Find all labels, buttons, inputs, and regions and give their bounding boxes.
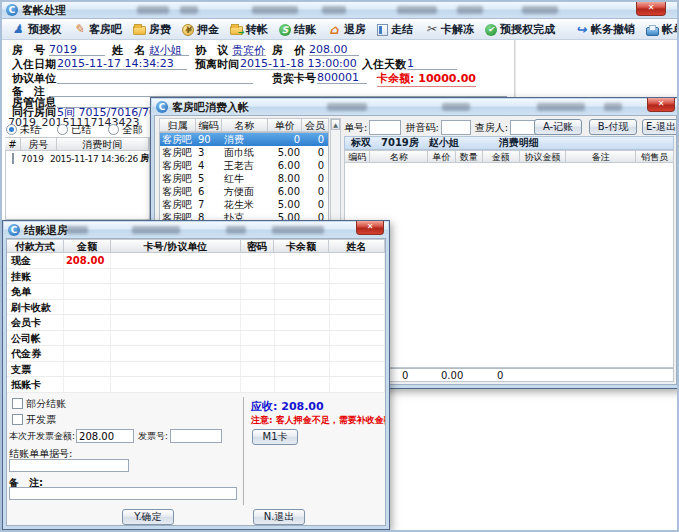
toolbar-card-unfreeze-button[interactable]: 卡解冻: [419, 20, 479, 39]
toolbar-roomfee-button[interactable]: 房费: [128, 20, 176, 39]
invoice-amount-label: 本次开发票金额:: [9, 430, 75, 443]
blurred-background-artifact: [537, 103, 585, 111]
toolbar-settle-button[interactable]: 结账: [274, 20, 321, 39]
guest-name-value[interactable]: 赵小姐: [149, 43, 189, 56]
toolbar-preauth-done-button[interactable]: 预授权完成: [480, 20, 560, 39]
detail-title: 消费明细: [499, 136, 539, 150]
room-no-label: 房 号: [12, 43, 45, 58]
vip-card-value[interactable]: 800001: [317, 71, 367, 84]
radio-unsettled-icon: [6, 124, 17, 135]
blurred-background-artifact: [322, 6, 346, 14]
item-row[interactable]: 客房吧3面巾纸5.000: [160, 146, 328, 159]
payment-row[interactable]: 支票: [7, 362, 385, 378]
folio-row-item: 房费全天: [140, 152, 150, 165]
consumption-dialog-icon: C: [156, 101, 168, 113]
toolbar-transfer-button[interactable]: 转帐: [225, 20, 273, 39]
checkout-body: 付款方式 金额 卡号/协议单位 密码 卡余额 姓名 现金208.00 挂账 免单…: [6, 238, 386, 526]
blurred-background-artifact: [457, 6, 483, 14]
pinyin-input[interactable]: [441, 120, 471, 135]
item-row[interactable]: 客房吧6方便面6.000: [160, 185, 328, 198]
blurred-background-artifact: [604, 103, 622, 111]
walk-settle-icon: [377, 24, 388, 36]
payment-row[interactable]: 会员卡: [7, 315, 385, 331]
room-no-value[interactable]: 7019: [49, 43, 105, 56]
protocol-value[interactable]: 贵宾价: [232, 43, 266, 56]
guest-value: 赵小姐: [429, 136, 459, 150]
toolbar-print-bill-button[interactable]: 帐单: [641, 20, 677, 39]
folio-list-row[interactable]: 7019 2015-11-17 14:36:26 房费全天: [6, 151, 149, 166]
partial-settle-checkbox-icon: [12, 398, 23, 409]
invoice-row: 本次开发票金额: 发票号:: [9, 429, 222, 443]
item-row[interactable]: 客房吧4王老吉6.000: [160, 159, 328, 172]
radio-all-icon: [108, 124, 119, 135]
payment-row[interactable]: 代金券: [7, 346, 385, 362]
transfer-icon: [230, 26, 243, 35]
settle-bill-no-input[interactable]: [9, 459, 129, 472]
depart-time-value[interactable]: 2015-11-18 13:00:00: [240, 57, 356, 70]
stay-days-label: 入住天数: [362, 57, 406, 72]
total-qty: 0: [402, 369, 408, 382]
detail-totals-row: 0 0.00 0: [344, 368, 674, 382]
payment-row[interactable]: 挂账: [7, 269, 385, 285]
receivable-value: 应收: 208.00: [251, 399, 324, 414]
payment-row[interactable]: 免单: [7, 284, 385, 300]
toolbar-undo-button[interactable]: 帐务撤销: [569, 20, 640, 39]
record-account-button[interactable]: A-记账: [534, 119, 582, 135]
toolbar-roombar-button[interactable]: 客房吧: [67, 20, 127, 39]
checkout-icon: [327, 23, 341, 36]
item-row[interactable]: 客房吧7花生米5.000: [160, 198, 328, 211]
bill-no-input[interactable]: [369, 120, 401, 135]
radio-settled-icon: [57, 124, 68, 135]
folio-row-checkbox[interactable]: [12, 153, 14, 164]
blurred-background-artifact: [66, 226, 88, 234]
total-protocol-amount: 0: [497, 369, 503, 382]
checkout-remark-input[interactable]: [9, 487, 237, 500]
item-row-selected[interactable]: 客房吧90消费00: [160, 133, 328, 146]
m1-card-button[interactable]: M1卡: [252, 429, 298, 445]
payment-row[interactable]: 公司帐: [7, 331, 385, 347]
bill-no-label: 单号:: [344, 121, 367, 135]
stay-days-value[interactable]: 1: [407, 57, 457, 70]
checkout-section-divider: [243, 397, 244, 505]
consumption-dialog-title: 客房吧消费入帐: [172, 100, 249, 115]
checkout-exit-button[interactable]: N.退出: [253, 509, 305, 525]
payment-row[interactable]: 刷卡收款: [7, 300, 385, 316]
pay-cash-button[interactable]: B-付现: [589, 119, 637, 135]
undo-icon: [574, 23, 588, 36]
consumption-close-button[interactable]: ✕: [647, 98, 675, 112]
invoice-checkbox[interactable]: 开发票: [12, 413, 56, 427]
confirm-button[interactable]: Y.确定: [122, 509, 174, 525]
invoice-amount-input[interactable]: [76, 429, 134, 443]
invoice-no-input[interactable]: [170, 429, 222, 443]
radio-unsettled[interactable]: 未结: [6, 124, 40, 135]
radio-settled[interactable]: 已结: [57, 124, 91, 135]
checkout-titlebar: C 结账退房: [4, 222, 388, 238]
inspector-label: 查房人:: [475, 121, 508, 135]
checkout-close-button[interactable]: ✕: [356, 221, 384, 235]
company-value[interactable]: [57, 71, 253, 84]
item-row[interactable]: 客房吧5红牛8.000: [160, 172, 328, 185]
pinyin-label: 拼音码:: [405, 121, 438, 135]
payment-row-cash[interactable]: 现金208.00: [7, 253, 385, 269]
consumption-titlebar: C 客房吧消费入帐: [152, 99, 679, 115]
radio-all[interactable]: 全部: [108, 124, 142, 135]
settle-icon: [279, 24, 291, 36]
main-close-button[interactable]: ✕: [636, 2, 666, 16]
payment-row[interactable]: 抵账卡: [7, 377, 385, 393]
partial-settle-checkbox[interactable]: 部分结账: [12, 397, 66, 411]
toolbar-checkout-button[interactable]: 退房: [322, 20, 371, 39]
toolbar-walk-settle-button[interactable]: 走结: [372, 20, 418, 39]
scroll-up-icon[interactable]: ▲: [331, 119, 340, 130]
item-table-header: 归属 编码 名称 单价 会员价: [159, 118, 329, 132]
main-titlebar: C 客帐处理: [2, 2, 677, 19]
checkin-date-value[interactable]: 2015-11-17 14:34:23: [57, 57, 187, 70]
checkin-date-label: 入住日期: [12, 57, 56, 72]
toolbar-preauth-button[interactable]: 预授权: [6, 20, 66, 39]
toolbar-deposit-button[interactable]: 押金: [177, 20, 224, 39]
deposit-icon: [182, 24, 194, 36]
print-bill-icon: [646, 27, 659, 36]
main-toolbar: 预授权 客房吧 房费 押金 转帐 结账 退房 走结 卡解冻 预授权完成 帐务撤销…: [2, 20, 677, 40]
room-price-value[interactable]: 208.00: [309, 43, 359, 56]
consumption-exit-button[interactable]: E-退出: [642, 119, 677, 135]
folio-list-header: # 房号 消费时间: [5, 137, 150, 151]
